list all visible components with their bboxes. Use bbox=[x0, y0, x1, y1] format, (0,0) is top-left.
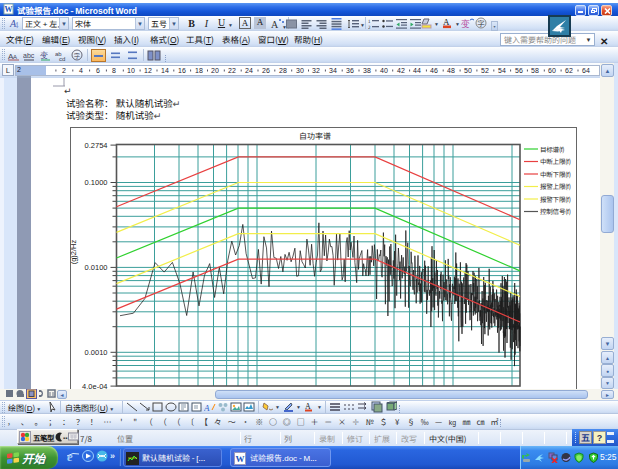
svg-text:字: 字 bbox=[478, 18, 485, 28]
svg-text:8: 8 bbox=[112, 67, 116, 74]
svg-text:4: 4 bbox=[79, 67, 83, 74]
svg-text:60: 60 bbox=[548, 67, 556, 74]
svg-text:6: 6 bbox=[96, 67, 100, 74]
svg-text:abc: abc bbox=[23, 50, 35, 60]
svg-text:44: 44 bbox=[413, 67, 421, 74]
svg-text:34: 34 bbox=[329, 67, 337, 74]
svg-text:?: ? bbox=[597, 431, 603, 444]
svg-text:0.0010: 0.0010 bbox=[85, 348, 108, 357]
svg-text:26: 26 bbox=[262, 67, 270, 74]
svg-text:中断下限(f): 中断下限(f) bbox=[540, 169, 571, 179]
svg-text:52: 52 bbox=[481, 67, 489, 74]
svg-text:控制信号(f): 控制信号(f) bbox=[540, 206, 571, 216]
svg-text:2: 2 bbox=[368, 24, 371, 30]
svg-text:64: 64 bbox=[582, 67, 590, 74]
svg-text:62: 62 bbox=[565, 67, 573, 74]
svg-text:18: 18 bbox=[195, 67, 203, 74]
svg-text:目标谱(f): 目标谱(f) bbox=[540, 144, 564, 154]
svg-text:2: 2 bbox=[62, 67, 66, 74]
svg-text:五: 五 bbox=[581, 431, 590, 444]
svg-text:cd: cd bbox=[59, 54, 65, 62]
svg-text:e: e bbox=[67, 449, 73, 464]
svg-text:30: 30 bbox=[296, 67, 304, 74]
svg-text:36: 36 bbox=[346, 67, 354, 74]
svg-text:自功率谱: 自功率谱 bbox=[299, 130, 331, 141]
svg-text:32: 32 bbox=[312, 67, 320, 74]
svg-text:46: 46 bbox=[430, 67, 438, 74]
svg-text:28: 28 bbox=[279, 67, 287, 74]
svg-text:50: 50 bbox=[464, 67, 472, 74]
svg-text:24: 24 bbox=[245, 67, 253, 74]
svg-text:4.0e-04: 4.0e-04 bbox=[82, 382, 107, 390]
svg-text:22: 22 bbox=[228, 67, 236, 74]
svg-text:中断上限(f): 中断上限(f) bbox=[540, 156, 571, 166]
svg-text:16: 16 bbox=[178, 67, 186, 74]
svg-text:4: 4 bbox=[14, 20, 19, 30]
svg-text:54: 54 bbox=[498, 67, 506, 74]
svg-text:20: 20 bbox=[211, 67, 219, 74]
svg-text:▼: ▼ bbox=[317, 403, 322, 410]
svg-text:变: 变 bbox=[461, 17, 470, 30]
svg-text:▼: ▼ bbox=[296, 403, 301, 410]
svg-text:12: 12 bbox=[144, 67, 152, 74]
svg-text:56: 56 bbox=[515, 67, 523, 74]
svg-text:0.0100: 0.0100 bbox=[85, 263, 108, 272]
svg-text:A: A bbox=[204, 403, 210, 413]
svg-text:▼: ▼ bbox=[434, 20, 439, 27]
svg-text:报警下限(f): 报警下限(f) bbox=[540, 194, 571, 204]
svg-text:W: W bbox=[236, 454, 245, 464]
svg-text:10: 10 bbox=[127, 67, 135, 74]
svg-text:38: 38 bbox=[363, 67, 371, 74]
svg-text:▼: ▼ bbox=[455, 20, 460, 27]
svg-text:(g)2/Hz: (g)2/Hz bbox=[70, 239, 78, 264]
svg-text:报警上限(f): 报警上限(f) bbox=[540, 181, 571, 191]
svg-text:变: 变 bbox=[40, 49, 48, 60]
svg-text:14: 14 bbox=[161, 67, 169, 74]
svg-text:W: W bbox=[5, 5, 13, 14]
svg-text:48: 48 bbox=[447, 67, 455, 74]
svg-text:58: 58 bbox=[531, 67, 539, 74]
svg-text:字: 字 bbox=[74, 51, 80, 60]
svg-text:0.2754: 0.2754 bbox=[85, 141, 108, 150]
svg-text:42: 42 bbox=[397, 67, 405, 74]
svg-text:A: A bbox=[271, 19, 279, 30]
svg-text:40: 40 bbox=[380, 67, 388, 74]
svg-text:▼: ▼ bbox=[275, 403, 280, 410]
svg-text:0.1000: 0.1000 bbox=[85, 178, 108, 187]
